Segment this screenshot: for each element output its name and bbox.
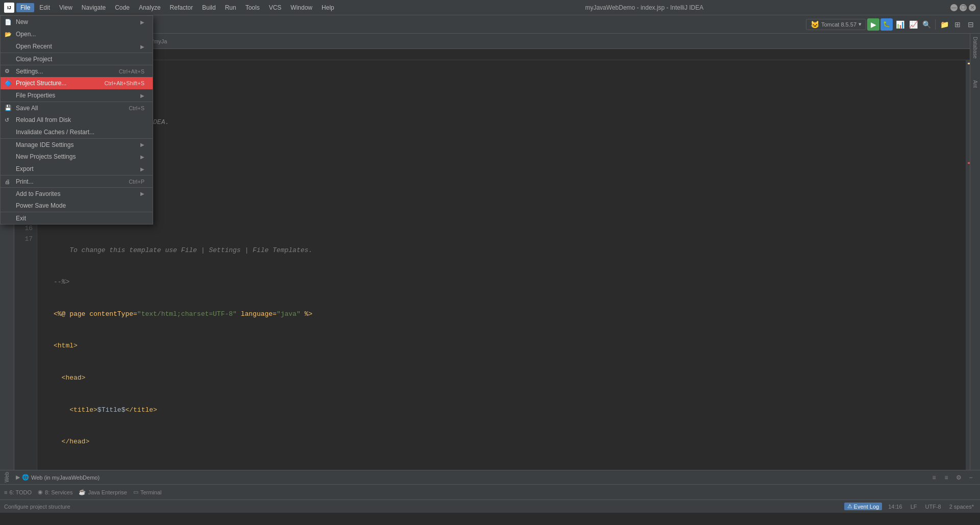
- event-log-label: Event Log: [854, 504, 879, 510]
- menu-reload[interactable]: ↺ Reload All from Disk: [1, 114, 153, 126]
- web-item-expand[interactable]: ▶: [16, 474, 20, 481]
- coverage-btn[interactable]: 📊: [894, 18, 906, 31]
- panel-terminal[interactable]: ▭ Terminal: [133, 489, 162, 495]
- project-structure-shortcut: Ctrl+Alt+Shift+S: [104, 80, 144, 86]
- status-indent[interactable]: 2 spaces*: [947, 504, 976, 510]
- project-structure-icon: 🔷: [5, 80, 12, 87]
- configure-project-link[interactable]: Configure project structure: [4, 504, 70, 510]
- menu-window[interactable]: Window: [286, 3, 316, 12]
- menu-analyze[interactable]: Analyze: [135, 3, 165, 12]
- menu-bar: File Edit View Navigate Code Analyze Ref…: [16, 3, 338, 12]
- menu-help[interactable]: Help: [317, 3, 338, 12]
- todo-icon: ≡: [4, 489, 7, 495]
- new-projects-arrow-icon: ▶: [140, 154, 144, 160]
- menu-file[interactable]: File: [16, 3, 34, 12]
- print-shortcut: Ctrl+P: [129, 179, 144, 185]
- editor-container: ⟳ ≡ ⚙ − 📄 index.jsp ✕ ideaProjects/myJa …: [14, 34, 970, 470]
- menu-open-recent[interactable]: Open Recent ▶: [1, 40, 153, 53]
- right-sidebar: Database Ant: [970, 34, 980, 470]
- new-arrow-icon: ▶: [140, 19, 144, 25]
- toolbar-folder-btn[interactable]: 📁: [938, 18, 950, 31]
- toolbar-split-btn[interactable]: ⊟: [965, 18, 977, 31]
- menu-edit[interactable]: Edit: [35, 3, 54, 12]
- menu-exit[interactable]: Exit: [1, 212, 153, 224]
- web-panel-sort-btn[interactable]: ≡: [929, 472, 939, 483]
- tab-bar: ⟳ ≡ ⚙ − 📄 index.jsp ✕ ideaProjects/myJa: [14, 34, 970, 49]
- web-panel-collapse-btn[interactable]: ≡: [941, 472, 951, 483]
- panel-services[interactable]: ◉ 8: Services: [38, 489, 72, 495]
- menu-navigate[interactable]: Navigate: [78, 3, 110, 12]
- profile-btn[interactable]: 📈: [907, 18, 919, 31]
- web-panel-content: ▶ 🌐 Web (in myJavaWebDemo): [16, 474, 925, 481]
- code-editor[interactable]: <%-- Created by IntelliJ IDEA. User: Cao…: [47, 60, 966, 470]
- tomcat-label: Tomcat 8.5.57: [821, 21, 856, 28]
- event-log-warning-icon: ⚠: [847, 503, 852, 510]
- menu-settings[interactable]: ⚙ Settings... Ctrl+Alt+S: [1, 65, 153, 77]
- sidebar-tab-database[interactable]: Database: [970, 34, 980, 62]
- menu-new[interactable]: 📄 New ▶: [1, 16, 153, 28]
- export-arrow-icon: ▶: [140, 166, 144, 172]
- status-encoding[interactable]: UTF-8: [923, 504, 943, 510]
- toolbar-search-btn[interactable]: 🔍: [920, 18, 933, 31]
- save-icon: 💾: [5, 105, 12, 111]
- menu-refactor[interactable]: Refactor: [166, 3, 197, 12]
- terminal-label: Terminal: [140, 489, 162, 495]
- services-icon: ◉: [38, 489, 43, 495]
- menu-new-projects[interactable]: New Projects Settings ▶: [1, 151, 153, 163]
- file-properties-arrow-icon: ▶: [140, 93, 144, 98]
- menu-view[interactable]: View: [55, 3, 77, 12]
- menu-open[interactable]: 📂 Open...: [1, 28, 153, 40]
- web-panel-label[interactable]: Web: [4, 472, 10, 482]
- code-line-4: Date: 2020/9/8: [54, 181, 960, 192]
- menu-add-favorites[interactable]: Add to Favorites ▶: [1, 187, 153, 199]
- bottom-panel: ≡ 6: TODO ◉ 8: Services ☕ Java Enterpris…: [0, 484, 980, 499]
- menu-manage-ide[interactable]: Manage IDE Settings ▶: [1, 138, 153, 151]
- toolbar-layout-btn[interactable]: ⊞: [951, 18, 964, 31]
- tomcat-selector[interactable]: 🐱 Tomcat 8.5.57 ▾: [806, 19, 866, 30]
- line-num-17: 17: [14, 234, 37, 245]
- code-line-10: <head>: [54, 373, 960, 384]
- code-line-9: <html>: [54, 341, 960, 352]
- minimize-button[interactable]: —: [950, 4, 958, 11]
- file-menu-dropdown: 📄 New ▶ 📂 Open... Open Recent ▶ Close Pr…: [0, 15, 153, 224]
- menu-save-all[interactable]: 💾 Save All Ctrl+S: [1, 102, 153, 114]
- run-button[interactable]: ▶: [867, 18, 879, 31]
- code-line-5: Time: 18:04: [54, 213, 960, 224]
- menu-power-save[interactable]: Power Save Mode: [1, 199, 153, 212]
- breadcrumb-bar: html › body: [14, 49, 970, 60]
- debug-button[interactable]: 🐛: [880, 18, 893, 31]
- menu-file-properties[interactable]: File Properties ▶: [1, 89, 153, 102]
- maximize-button[interactable]: ❐: [960, 4, 967, 11]
- close-button[interactable]: ✕: [969, 4, 976, 11]
- status-bar: Configure project structure ⚠ Event Log …: [0, 499, 980, 513]
- status-line-ending[interactable]: LF: [909, 504, 919, 510]
- file-menu-panel: 📄 New ▶ 📂 Open... Open Recent ▶ Close Pr…: [0, 15, 153, 224]
- menu-export[interactable]: Export ▶: [1, 163, 153, 175]
- new-icon: 📄: [5, 19, 12, 26]
- open-icon: 📂: [5, 31, 12, 38]
- menu-run[interactable]: Run: [221, 3, 240, 12]
- web-panel-close-btn[interactable]: −: [966, 472, 976, 483]
- menu-vcs[interactable]: VCS: [265, 3, 286, 12]
- event-log-button[interactable]: ⚠ Event Log: [844, 503, 883, 510]
- editor-content: 1 2 3 4 5 6 7 8 9 10 11 12 13 14 15 16 1…: [14, 60, 970, 470]
- sidebar-tab-ant[interactable]: Ant: [970, 77, 980, 91]
- menu-tools[interactable]: Tools: [241, 3, 264, 12]
- panel-java-enterprise[interactable]: ☕ Java Enterprise: [79, 489, 127, 495]
- menu-code[interactable]: Code: [111, 3, 134, 12]
- reload-icon: ↺: [5, 117, 9, 123]
- web-panel-settings-btn[interactable]: ⚙: [953, 472, 964, 483]
- java-enterprise-label: Java Enterprise: [88, 489, 127, 495]
- status-position[interactable]: 14:16: [886, 504, 904, 510]
- tomcat-dropdown-icon: ▾: [859, 21, 862, 28]
- menu-close-project[interactable]: Close Project: [1, 53, 153, 65]
- menu-print[interactable]: 🖨 Print... Ctrl+P: [1, 175, 153, 187]
- app-logo: IJ: [4, 3, 14, 13]
- open-recent-arrow-icon: ▶: [140, 44, 144, 49]
- menu-build[interactable]: Build: [198, 3, 220, 12]
- toolbar-sep-3: [935, 19, 936, 30]
- menu-invalidate[interactable]: Invalidate Caches / Restart...: [1, 126, 153, 138]
- menu-project-structure[interactable]: 🔷 Project Structure... Ctrl+Alt+Shift+S: [1, 77, 153, 89]
- window-title: myJavaWebDemo - index.jsp - IntelliJ IDE…: [338, 4, 950, 11]
- panel-todo[interactable]: ≡ 6: TODO: [4, 489, 32, 495]
